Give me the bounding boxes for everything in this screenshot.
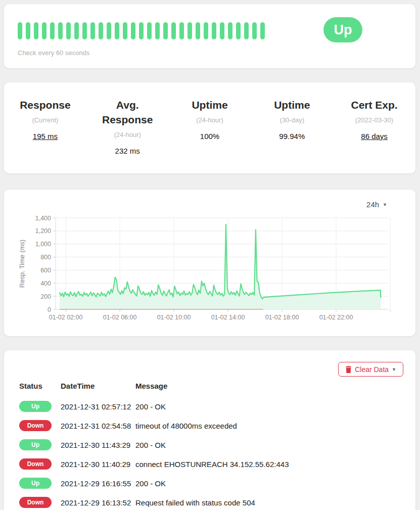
status-badge: Down [19,458,52,470]
status-badge: Down [19,420,52,431]
stat-subtitle: (2022-03-30) [337,116,411,124]
column-header-status: Status [19,382,61,397]
events-table: Status DateTime Message Up 2021-12-31 02… [19,382,403,510]
heartbeat-bar[interactable] [66,22,71,39]
stat-subtitle: (24-hour) [90,131,165,138]
svg-text:01-02 22:00: 01-02 22:00 [319,314,353,321]
heartbeat-bar[interactable] [220,22,224,39]
svg-text:01-02 10:00: 01-02 10:00 [157,314,191,321]
stat-cert-exp: Cert Exp. (2022-03-30) 86 days [333,98,415,173]
stat-response-current: Response (Current) 195 ms [4,98,86,173]
svg-text:600: 600 [40,267,51,274]
status-badge: Up [19,401,52,412]
status-badge: Up [323,17,362,42]
svg-text:01-02 02:00: 01-02 02:00 [49,314,83,321]
heartbeat-bar[interactable] [244,22,249,39]
svg-text:400: 400 [40,280,51,287]
stat-subtitle: (24-hour) [173,116,247,124]
heartbeat-bar[interactable] [163,22,168,39]
svg-text:1,000: 1,000 [35,241,51,248]
chart-card: 02004006008001,0001,2001,40001-02 02:000… [4,190,415,336]
heartbeat-bar[interactable] [18,22,22,39]
stat-subtitle: (30-day) [255,116,329,124]
trash-icon [345,366,352,373]
stat-value-link[interactable]: 195 ms [33,132,58,141]
chart-period-label: 24h [366,200,379,209]
table-row-datetime: 2021-12-31 02:54:58 [61,416,135,435]
svg-text:01-02 18:00: 01-02 18:00 [265,314,299,321]
heartbeat-bar[interactable] [82,22,87,39]
status-badge: Down [19,497,52,508]
table-row-datetime: 2021-12-30 11:40:29 [61,454,135,474]
table-row-message: connect EHOSTUNREACH 34.152.55.62:443 [135,454,403,474]
heartbeat-bar[interactable] [131,22,135,39]
svg-text:01-02 06:00: 01-02 06:00 [103,314,137,321]
stat-value-link[interactable]: 86 days [361,132,388,141]
table-row-status: Up [19,397,61,416]
heartbeat-bar[interactable] [50,22,55,39]
heartbeat-bar[interactable] [147,22,152,39]
stat-avg-response: Avg. Response (24-hour) 232 ms [86,98,169,173]
heartbeat-bar[interactable] [171,22,176,39]
heartbeat-bar[interactable] [26,22,30,39]
status-badge: Up [19,478,52,489]
column-header-message: Message [135,382,403,397]
stat-title: Uptime [255,98,329,112]
svg-text:Resp. Time (ms): Resp. Time (ms) [18,240,26,288]
table-row-status: Up [19,435,61,454]
heartbeat-bar[interactable] [236,22,241,39]
clear-data-button[interactable]: Clear Data ▼ [338,362,403,377]
table-row-message: 200 - OK [135,474,403,493]
heartbeat-bar[interactable] [188,22,192,39]
table-row-datetime: 2021-12-29 16:16:55 [61,474,135,493]
heartbeat-card: Check every 60 seconds Up [4,4,415,68]
heartbeat-bar[interactable] [196,22,200,39]
table-row-message: 200 - OK [135,435,403,454]
chevron-down-icon: ▼ [383,202,387,207]
svg-text:200: 200 [40,293,51,300]
heartbeat-bar[interactable] [179,22,184,39]
heartbeat-bar[interactable] [74,22,79,39]
table-row-datetime: 2021-12-30 11:43:29 [61,435,135,454]
heartbeat-bar[interactable] [228,22,232,39]
stat-value: 99.94% [279,132,305,141]
stat-uptime-30d: Uptime (30-day) 99.94% [251,98,333,173]
column-header-datetime: DateTime [61,382,135,397]
heartbeat-bar[interactable] [139,22,144,39]
svg-text:0: 0 [48,306,51,313]
heartbeat-bar[interactable] [260,22,265,39]
heartbeat-bar[interactable] [58,22,63,39]
table-row-status: Down [19,454,61,474]
stat-title: Response [8,98,82,112]
chart-period-dropdown[interactable]: 24h ▼ [366,200,387,209]
caret-down-icon: ▼ [392,367,396,372]
response-time-chart[interactable]: 02004006008001,0001,2001,40001-02 02:000… [4,190,415,336]
svg-text:1,200: 1,200 [35,227,51,235]
stat-uptime-24h: Uptime (24-hour) 100% [169,98,251,173]
heartbeat-bar[interactable] [204,22,208,39]
heartbeat-bar[interactable] [212,22,216,39]
clear-data-label: Clear Data [355,365,389,374]
table-row-datetime: 2021-12-29 16:13:52 [61,493,135,510]
heartbeat-bar[interactable] [155,22,160,39]
heartbeat-bar[interactable] [115,22,119,39]
table-row-status: Down [19,493,61,510]
heartbeat-bar[interactable] [34,22,38,39]
table-row-status: Up [19,474,61,493]
heartbeat-bar[interactable] [42,22,46,39]
table-row-message: Request failed with status code 504 [135,493,403,510]
heartbeat-bar[interactable] [90,22,95,39]
stat-value: 232 ms [115,147,140,155]
stat-subtitle: (Current) [8,116,82,124]
stat-title: Uptime [173,98,247,112]
stat-title: Avg. Response [90,98,165,127]
stat-title: Cert Exp. [337,98,411,112]
svg-text:800: 800 [40,254,51,261]
heartbeat-bar[interactable] [99,22,103,39]
table-row-message: 200 - OK [135,397,403,416]
heartbeat-bar[interactable] [107,22,111,39]
stats-card: Response (Current) 195 ms Avg. Response … [4,82,415,173]
heartbeat-bar[interactable] [123,22,127,39]
heartbeat-bar-strip[interactable] [18,22,268,39]
heartbeat-bar[interactable] [252,22,257,39]
